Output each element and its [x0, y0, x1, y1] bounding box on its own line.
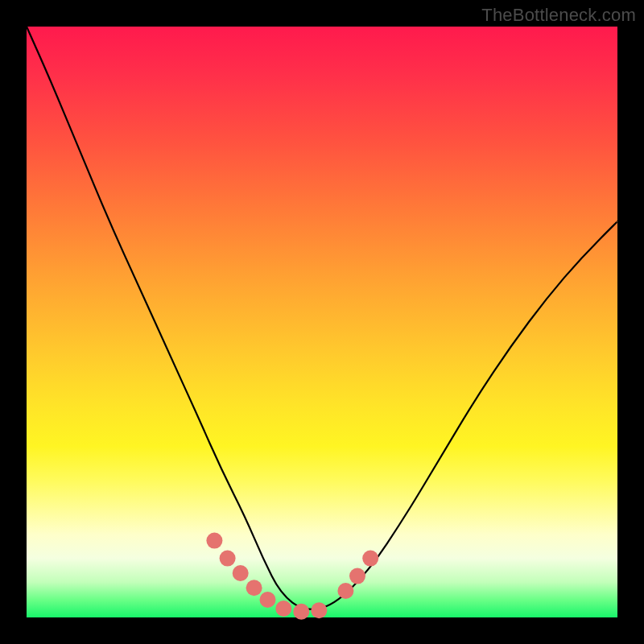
curve-svg [27, 27, 617, 617]
marker-dot [220, 551, 236, 567]
marker-dot [337, 583, 353, 599]
marker-dot [275, 601, 291, 617]
bottleneck-curve [27, 27, 617, 609]
marker-dot [349, 568, 365, 584]
chart-frame: TheBottleneck.com [0, 0, 644, 644]
marker-dot [233, 565, 249, 581]
watermark-text: TheBottleneck.com [481, 5, 636, 26]
marker-dot [362, 551, 378, 567]
plot-area [27, 27, 617, 617]
marker-dot [311, 602, 327, 618]
marker-dot [246, 580, 262, 596]
marker-group [206, 533, 378, 620]
marker-dot [206, 533, 222, 549]
marker-dot [260, 592, 276, 608]
marker-dot [293, 604, 309, 620]
